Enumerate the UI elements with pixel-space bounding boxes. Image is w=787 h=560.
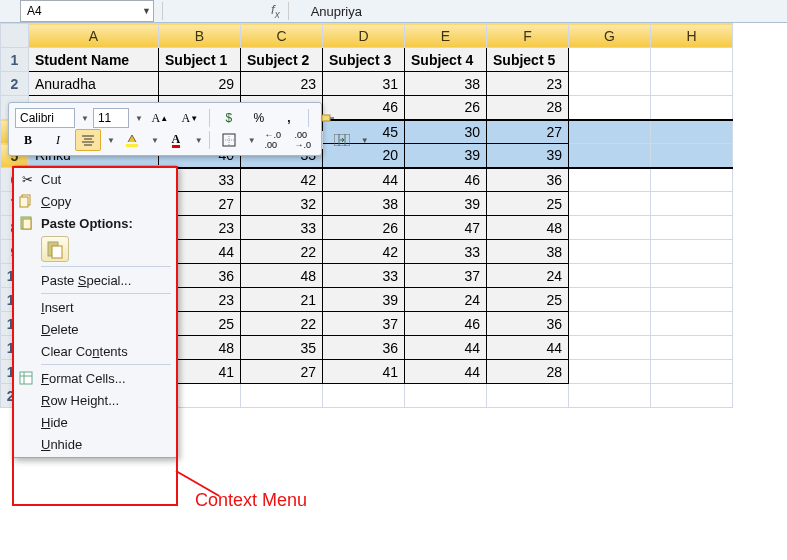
cell[interactable] <box>569 144 651 168</box>
menu-copy[interactable]: Copy <box>15 190 175 212</box>
font-family-input[interactable] <box>15 108 75 128</box>
cell[interactable] <box>569 288 651 312</box>
cell[interactable]: Subject 2 <box>241 48 323 72</box>
cell[interactable]: 31 <box>323 72 405 96</box>
percent-format-button[interactable]: % <box>246 107 272 129</box>
cell[interactable]: Student Name <box>29 48 159 72</box>
cell[interactable]: 37 <box>405 264 487 288</box>
cell[interactable] <box>651 288 733 312</box>
bold-button[interactable]: B <box>15 129 41 151</box>
cell[interactable]: Subject 4 <box>405 48 487 72</box>
cell[interactable]: 24 <box>487 264 569 288</box>
cell[interactable] <box>569 48 651 72</box>
cell[interactable]: 35 <box>241 336 323 360</box>
cell[interactable] <box>569 312 651 336</box>
cell[interactable] <box>487 384 569 408</box>
cell[interactable]: 27 <box>487 120 569 144</box>
col-header-F[interactable]: F <box>487 24 569 48</box>
cell[interactable]: 32 <box>241 192 323 216</box>
col-header-H[interactable]: H <box>651 24 733 48</box>
cell[interactable]: 44 <box>323 168 405 192</box>
chevron-down-icon[interactable]: ▼ <box>135 114 143 123</box>
cell[interactable]: 46 <box>405 312 487 336</box>
cell[interactable] <box>651 48 733 72</box>
font-size-input[interactable] <box>93 108 129 128</box>
cell[interactable] <box>569 240 651 264</box>
chevron-down-icon[interactable]: ▼ <box>248 136 256 145</box>
cell[interactable] <box>569 384 651 408</box>
cell[interactable]: 33 <box>405 240 487 264</box>
cell[interactable]: 39 <box>323 288 405 312</box>
cell[interactable] <box>569 120 651 144</box>
cell[interactable] <box>651 312 733 336</box>
chevron-down-icon[interactable]: ▼ <box>142 6 151 16</box>
cell[interactable] <box>323 384 405 408</box>
cell[interactable]: 42 <box>241 168 323 192</box>
cell[interactable]: 42 <box>323 240 405 264</box>
menu-format-cells[interactable]: Format Cells... <box>15 367 175 389</box>
cell[interactable]: 26 <box>405 96 487 120</box>
col-header-G[interactable]: G <box>569 24 651 48</box>
cell[interactable]: 25 <box>487 288 569 312</box>
cell[interactable] <box>651 216 733 240</box>
cell[interactable]: 48 <box>487 216 569 240</box>
cell[interactable] <box>569 216 651 240</box>
cell[interactable] <box>651 144 733 168</box>
select-all-corner[interactable] <box>1 24 29 48</box>
cell[interactable]: 37 <box>323 312 405 336</box>
cell[interactable]: Anuradha <box>29 72 159 96</box>
font-color-button[interactable]: A <box>163 129 189 151</box>
cell[interactable]: 39 <box>405 192 487 216</box>
center-align-button[interactable] <box>75 129 101 151</box>
cell[interactable]: 23 <box>241 72 323 96</box>
cell[interactable]: Subject 1 <box>159 48 241 72</box>
cell[interactable] <box>651 120 733 144</box>
cell[interactable]: 29 <box>159 72 241 96</box>
cell[interactable]: 28 <box>487 360 569 384</box>
fill-color-button[interactable] <box>119 129 145 151</box>
cell[interactable]: 22 <box>241 312 323 336</box>
cell[interactable]: 24 <box>405 288 487 312</box>
col-header-A[interactable]: A <box>29 24 159 48</box>
cell[interactable]: 26 <box>323 216 405 240</box>
cell[interactable]: Subject 5 <box>487 48 569 72</box>
formula-value[interactable]: Anupriya <box>311 4 362 19</box>
increase-decimal-button[interactable]: ←.0.00 <box>260 129 286 151</box>
cell[interactable]: 46 <box>405 168 487 192</box>
decrease-decimal-button[interactable]: .00→.0 <box>290 129 316 151</box>
cell[interactable]: 21 <box>241 288 323 312</box>
cell[interactable] <box>569 96 651 120</box>
cell[interactable] <box>569 360 651 384</box>
cell[interactable] <box>651 264 733 288</box>
paste-default-button[interactable] <box>41 236 69 262</box>
cell[interactable]: 38 <box>323 192 405 216</box>
cell[interactable]: 39 <box>405 144 487 168</box>
cell[interactable]: 36 <box>487 168 569 192</box>
menu-row-height[interactable]: Row Height... <box>15 389 175 411</box>
cell[interactable] <box>651 384 733 408</box>
shrink-font-button[interactable]: A▼ <box>177 107 203 129</box>
chevron-down-icon[interactable]: ▼ <box>361 136 369 145</box>
comma-format-button[interactable]: , <box>276 107 302 129</box>
cell[interactable] <box>405 384 487 408</box>
cell[interactable]: 33 <box>241 216 323 240</box>
cell[interactable]: 39 <box>487 144 569 168</box>
cell[interactable]: 27 <box>241 360 323 384</box>
cell[interactable] <box>651 240 733 264</box>
italic-button[interactable]: I <box>45 129 71 151</box>
cell[interactable]: 30 <box>405 120 487 144</box>
cell[interactable]: 44 <box>487 336 569 360</box>
cell[interactable] <box>651 192 733 216</box>
cell[interactable]: 44 <box>405 336 487 360</box>
accounting-format-button[interactable]: $ <box>216 107 242 129</box>
cell[interactable] <box>651 96 733 120</box>
row-header[interactable]: 2 <box>1 72 29 96</box>
col-header-E[interactable]: E <box>405 24 487 48</box>
col-header-C[interactable]: C <box>241 24 323 48</box>
cell[interactable]: 22 <box>241 240 323 264</box>
col-header-B[interactable]: B <box>159 24 241 48</box>
col-header-D[interactable]: D <box>323 24 405 48</box>
menu-cut[interactable]: ✂ Cut <box>15 168 175 190</box>
menu-hide[interactable]: Hide <box>15 411 175 433</box>
cell[interactable]: 41 <box>323 360 405 384</box>
